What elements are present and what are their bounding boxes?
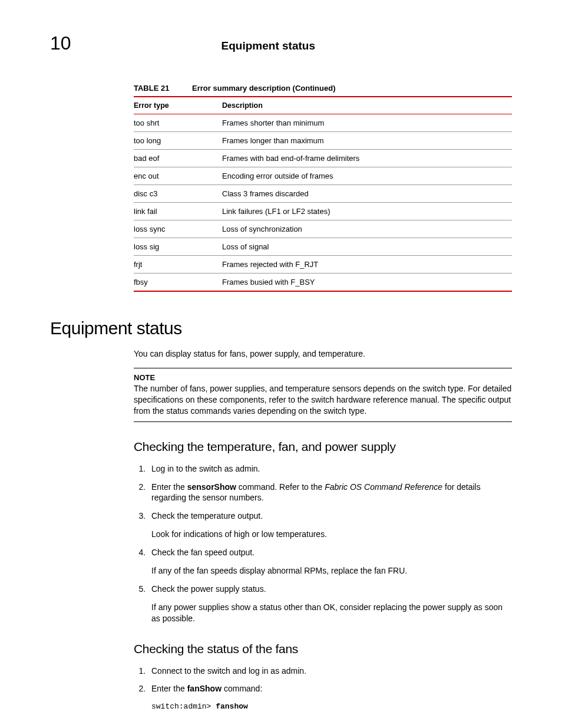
cell-desc: Frames with bad end-of-frame delimiters xyxy=(222,150,512,167)
cell-type: bad eof xyxy=(134,150,222,167)
step-text-mid: command. Refer to the xyxy=(236,482,325,492)
step-item: Connect to the switch and log in as admi… xyxy=(148,666,512,677)
step-item: Check the power supply status. If any po… xyxy=(148,584,512,624)
step-subtext: If any power supplies show a status othe… xyxy=(151,602,512,624)
cell-desc: Class 3 frames discarded xyxy=(222,185,512,203)
step-text: Check the power supply status. xyxy=(151,584,266,594)
cell-desc: Frames rejected with F_RJT xyxy=(222,256,512,274)
cell-desc: Frames longer than maximum xyxy=(222,132,512,150)
section-heading-checking-fans: Checking the status of the fans xyxy=(134,642,512,656)
table-row: loss sigLoss of signal xyxy=(134,238,512,256)
code-block: switch:admin> fanshow xyxy=(151,701,512,712)
intro-paragraph: You can display status for fans, power s… xyxy=(134,349,512,358)
step-text-pre: Enter the xyxy=(151,482,187,492)
cell-desc: Link failures (LF1 or LF2 states) xyxy=(222,203,512,220)
cell-desc: Encoding error outside of frames xyxy=(222,167,512,185)
cell-type: too shrt xyxy=(134,114,222,132)
step-text: Check the fan speed output. xyxy=(151,548,254,557)
section-heading-checking-temp: Checking the temperature, fan, and power… xyxy=(134,440,512,454)
table-row: loss syncLoss of synchronization xyxy=(134,220,512,238)
table-header-errortype: Error type xyxy=(134,97,222,114)
code-command: fanshow xyxy=(216,702,248,711)
cell-type: too long xyxy=(134,132,222,150)
step-text-post: command: xyxy=(222,684,262,693)
table-row: link failLink failures (LF1 or LF2 state… xyxy=(134,203,512,220)
table-header-description: Description xyxy=(222,97,512,114)
table-row: enc outEncoding error outside of frames xyxy=(134,167,512,185)
step-item: Check the fan speed output. If any of th… xyxy=(148,547,512,577)
step-item: Log in to the switch as admin. xyxy=(148,463,512,475)
page-header-title: Equipment status xyxy=(222,39,315,52)
step-item: Enter the sensorShow command. Refer to t… xyxy=(148,482,512,504)
table-container: TABLE 21 Error summary description (Cont… xyxy=(134,84,512,292)
command-name: fanShow xyxy=(187,684,222,693)
reference-name: Fabric OS Command Reference xyxy=(325,482,442,492)
cell-type: fbsy xyxy=(134,274,222,292)
cell-type: loss sig xyxy=(134,238,222,256)
table-row: disc c3Class 3 frames discarded xyxy=(134,185,512,203)
page-header: 10 Equipment status xyxy=(0,0,562,54)
step-subtext: Look for indications of high or low temp… xyxy=(151,529,512,540)
note-label: NOTE xyxy=(134,373,512,382)
step-text: Check the temperature output. xyxy=(151,511,263,521)
step-item: Enter the fanShow command: switch:admin>… xyxy=(148,683,512,711)
step-text-pre: Enter the xyxy=(151,684,187,693)
note-text: The number of fans, power supplies, and … xyxy=(134,383,512,417)
cell-type: loss sync xyxy=(134,220,222,238)
command-name: sensorShow xyxy=(187,482,236,492)
cell-type: enc out xyxy=(134,167,222,185)
table-row: too longFrames longer than maximum xyxy=(134,132,512,150)
section-heading-equipment-status: Equipment status xyxy=(50,318,512,338)
cell-type: frjt xyxy=(134,256,222,274)
steps-list-1: Log in to the switch as admin. Enter the… xyxy=(134,463,512,624)
note-block: NOTE The number of fans, power supplies,… xyxy=(134,368,512,422)
table-row: bad eofFrames with bad end-of-frame deli… xyxy=(134,150,512,167)
cell-desc: Loss of synchronization xyxy=(222,220,512,238)
table-header-row: Error type Description xyxy=(134,97,512,114)
table-label: TABLE 21 xyxy=(134,84,169,93)
chapter-number: 10 xyxy=(50,32,71,54)
step-subtext: If any of the fan speeds display abnorma… xyxy=(151,565,512,577)
table-row: frjtFrames rejected with F_RJT xyxy=(134,256,512,274)
cell-type: link fail xyxy=(134,203,222,220)
content-area: TABLE 21 Error summary description (Cont… xyxy=(0,84,562,712)
code-prompt: switch:admin> xyxy=(151,702,216,711)
table-row: too shrtFrames shorter than minimum xyxy=(134,114,512,132)
table-caption: TABLE 21 Error summary description (Cont… xyxy=(134,84,512,93)
cell-desc: Loss of signal xyxy=(222,238,512,256)
table-title: Error summary description (Continued) xyxy=(192,84,335,93)
cell-desc: Frames busied with F_BSY xyxy=(222,274,512,292)
steps-list-2: Connect to the switch and log in as admi… xyxy=(134,666,512,712)
step-item: Check the temperature output. Look for i… xyxy=(148,510,512,540)
cell-desc: Frames shorter than minimum xyxy=(222,114,512,132)
table-row: fbsyFrames busied with F_BSY xyxy=(134,274,512,292)
error-summary-table: Error type Description too shrtFrames sh… xyxy=(134,96,512,292)
cell-type: disc c3 xyxy=(134,185,222,203)
